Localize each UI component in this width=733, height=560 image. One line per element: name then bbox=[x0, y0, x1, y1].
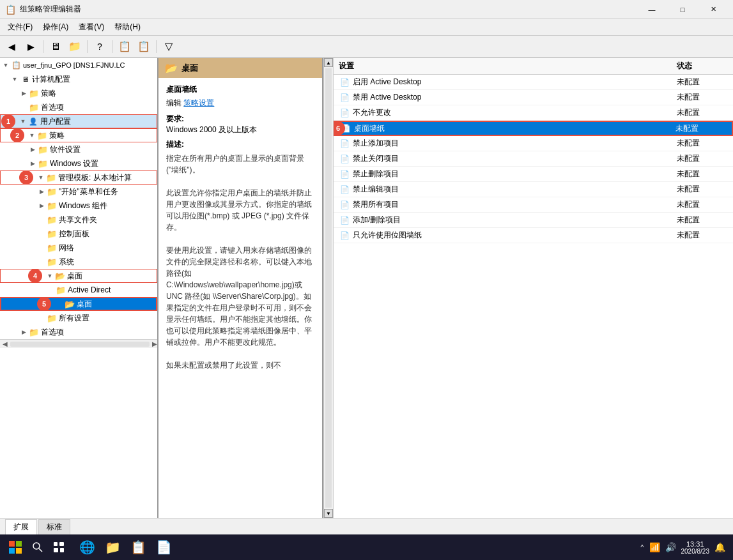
middle-scrollbar[interactable]: ▲ ▼ bbox=[323, 58, 334, 518]
tree-network[interactable]: ▶ 📁 网络 bbox=[0, 241, 157, 255]
tree-start-menu[interactable]: ▶ 📁 "开始"菜单和任务 bbox=[0, 185, 157, 199]
svg-rect-8 bbox=[54, 548, 58, 552]
software-label: 软件设置 bbox=[50, 144, 81, 155]
menu-view[interactable]: 查看(V) bbox=[73, 20, 109, 34]
root-expander[interactable]: ▼ bbox=[1, 61, 10, 70]
tree-active-direct[interactable]: ▶ 📁 Active Direct bbox=[0, 283, 157, 297]
maximize-button[interactable]: □ bbox=[668, 0, 697, 19]
desktop-sub-label: 桌面 bbox=[77, 299, 92, 310]
forward-button[interactable]: ▶ bbox=[22, 38, 40, 55]
tree-shared[interactable]: ▶ 📁 共享文件夹 bbox=[0, 213, 157, 227]
setting-status-10: 未配置 bbox=[677, 215, 728, 225]
taskbar-ie[interactable]: 🌐 bbox=[75, 535, 98, 559]
scroll-up-btn[interactable]: ▲ bbox=[324, 58, 333, 67]
setting-row-7[interactable]: 📄 禁止删除项目 未配置 bbox=[334, 167, 733, 182]
badge-1: 1 bbox=[1, 114, 15, 128]
network-label: 网络 bbox=[59, 243, 74, 254]
menu-help[interactable]: 帮助(H) bbox=[109, 20, 146, 34]
tree-desktop-sub[interactable]: ▶ 📂 桌面 bbox=[0, 297, 157, 311]
policy-1-expander[interactable]: ▶ bbox=[19, 89, 28, 98]
up-button[interactable]: 📁 bbox=[66, 38, 84, 55]
tree-preferences-2[interactable]: ▶ 📁 首选项 bbox=[0, 325, 157, 339]
policy-2-expander[interactable]: ▼ bbox=[27, 131, 36, 140]
tree-policy-2-wrapper: 2 ▼ 📁 策略 bbox=[0, 128, 157, 142]
taskbar-chevron[interactable]: ^ bbox=[640, 543, 644, 551]
setting-row-9[interactable]: 📄 禁用所有项目 未配置 bbox=[334, 197, 733, 213]
setting-name-9: 禁用所有项目 bbox=[353, 199, 677, 210]
app-title: 组策略管理编辑器 bbox=[20, 4, 637, 15]
tree-user-config[interactable]: ▼ 👤 用户配置 bbox=[0, 114, 157, 128]
all-settings-label: 所有设置 bbox=[59, 313, 89, 324]
setting-row-8[interactable]: 📄 禁止编辑项目 未配置 bbox=[334, 182, 733, 197]
back-button[interactable]: ◀ bbox=[3, 38, 20, 55]
menu-action[interactable]: 操作(A) bbox=[38, 20, 73, 34]
setting-icon-1: 📄 bbox=[339, 77, 350, 88]
close-button[interactable]: ✕ bbox=[698, 0, 728, 19]
clock-time: 13:31 bbox=[681, 540, 710, 548]
computer-icon: 🖥 bbox=[19, 75, 31, 84]
pref2-expander[interactable]: ▶ bbox=[19, 328, 28, 337]
section-title: 桌面墙纸 bbox=[166, 84, 314, 95]
export-button[interactable]: 📋 bbox=[116, 38, 134, 55]
setting-row-11[interactable]: 📄 只允许使用位图墙纸 未配置 bbox=[334, 228, 733, 243]
taskbar-app1[interactable]: 📋 bbox=[127, 535, 150, 559]
pane-container: ▼ 📋 user_fjnu_GPO [DNS1.FJNU.LC ▼ 🖥 计算机配… bbox=[0, 57, 733, 518]
setting-row-3[interactable]: 📄 不允许更改 未配置 bbox=[334, 105, 733, 121]
taskbar-explorer[interactable]: 📁 bbox=[101, 535, 124, 559]
wincomp-expander[interactable]: ▶ bbox=[37, 201, 46, 210]
folder-icon-admin: 📁 bbox=[45, 173, 57, 182]
header-folder-icon: 📂 bbox=[165, 62, 178, 74]
tab-extended[interactable]: 扩展 bbox=[5, 519, 37, 534]
setting-row-5[interactable]: 📄 禁止添加项目 未配置 bbox=[334, 136, 733, 151]
tab-standard[interactable]: 标准 bbox=[38, 519, 70, 534]
taskbar-notification[interactable]: 🔔 bbox=[714, 542, 725, 552]
search-button[interactable] bbox=[28, 534, 47, 560]
setting-row-2[interactable]: 📄 禁用 Active Desktop 未配置 bbox=[334, 90, 733, 105]
admin-expander[interactable]: ▼ bbox=[36, 173, 45, 182]
tree-policy-1[interactable]: ▶ 📁 策略 bbox=[0, 86, 157, 100]
show-hide-tree-button[interactable]: 🖥 bbox=[47, 38, 65, 55]
clock-area[interactable]: 13:31 2020/8/23 bbox=[681, 540, 710, 555]
software-expander[interactable]: ▶ bbox=[28, 145, 37, 154]
help-button[interactable]: ? bbox=[91, 38, 109, 55]
tree-root[interactable]: ▼ 📋 user_fjnu_GPO [DNS1.FJNU.LC bbox=[0, 58, 157, 72]
tree-scrollbar[interactable]: ◀ ▶ bbox=[0, 339, 157, 348]
tree-win-components[interactable]: ▶ 📁 Windows 组件 bbox=[0, 199, 157, 213]
menu-file[interactable]: 文件(F) bbox=[3, 20, 38, 34]
setting-status-9: 未配置 bbox=[677, 199, 728, 210]
scroll-down-btn[interactable]: ▼ bbox=[324, 509, 333, 518]
user-config-expander[interactable]: ▼ bbox=[19, 117, 27, 126]
tree-computer-config[interactable]: ▼ 🖥 计算机配置 bbox=[0, 72, 157, 86]
setting-status-6: 未配置 bbox=[677, 153, 728, 164]
desktop-folder-expander[interactable]: ▼ bbox=[45, 271, 54, 280]
tree-control-panel[interactable]: ▶ 📁 控制面板 bbox=[0, 227, 157, 241]
setting-row-1[interactable]: 📄 启用 Active Desktop 未配置 bbox=[334, 75, 733, 90]
start-expander[interactable]: ▶ bbox=[37, 187, 46, 196]
setting-row-4[interactable]: 📄 桌面墙纸 未配置 bbox=[334, 121, 733, 136]
tree-windows-settings[interactable]: ▶ 📁 Windows 设置 bbox=[0, 156, 157, 170]
filter-button[interactable]: ▽ bbox=[160, 38, 178, 55]
tree-software[interactable]: ▶ 📁 软件设置 bbox=[0, 142, 157, 156]
refresh-button[interactable]: 📋 bbox=[135, 38, 153, 55]
win-settings-expander[interactable]: ▶ bbox=[28, 159, 37, 168]
title-bar: 📋 组策略管理编辑器 — □ ✕ bbox=[0, 0, 733, 19]
edit-policy-link[interactable]: 策略设置 bbox=[183, 98, 214, 107]
setting-status-1: 未配置 bbox=[677, 77, 728, 87]
taskbar-network: 📶 bbox=[649, 542, 660, 552]
computer-config-expander[interactable]: ▼ bbox=[10, 75, 19, 84]
minimize-button[interactable]: — bbox=[637, 0, 667, 19]
tree-system[interactable]: ▶ 📁 系统 bbox=[0, 255, 157, 269]
taskbar-cortana[interactable] bbox=[47, 535, 70, 559]
desc-label: 描述: bbox=[166, 140, 184, 149]
tree-preferences-1[interactable]: ▶ 📁 首选项 bbox=[0, 100, 157, 114]
setting-row-6[interactable]: 📄 禁止关闭项目 未配置 bbox=[334, 151, 733, 167]
tree-all-settings[interactable]: ▶ 📁 所有设置 bbox=[0, 311, 157, 325]
windows-logo-icon bbox=[9, 541, 22, 554]
taskbar-app2[interactable]: 📄 bbox=[152, 535, 175, 559]
setting-row-10[interactable]: 📄 添加/删除项目 未配置 bbox=[334, 213, 733, 228]
setting-status-3: 未配置 bbox=[677, 107, 728, 118]
tree-desktop-folder[interactable]: ▼ 📂 桌面 bbox=[0, 269, 157, 283]
folder-icon-desktop-sub: 📂 bbox=[64, 299, 75, 308]
start-button[interactable] bbox=[3, 534, 28, 560]
setting-status-2: 未配置 bbox=[677, 92, 728, 103]
